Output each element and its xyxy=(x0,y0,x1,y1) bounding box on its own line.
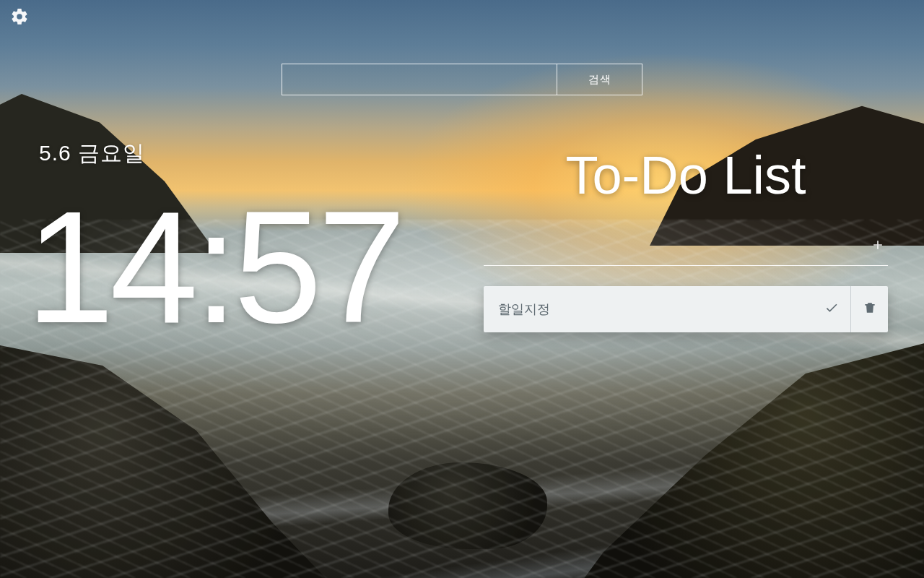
todo-new-input[interactable] xyxy=(484,232,860,261)
todo-item-delete-button[interactable] xyxy=(850,286,888,332)
trash-icon xyxy=(863,301,877,319)
clock: 14:57 xyxy=(26,188,402,347)
search-bar: 검색 xyxy=(282,64,642,95)
check-icon xyxy=(824,301,839,319)
todo-add-row xyxy=(484,232,888,266)
gear-icon xyxy=(10,7,29,29)
todo-item: 할일지정 xyxy=(484,286,888,332)
todo-title: To-Do List xyxy=(484,144,888,206)
settings-button[interactable] xyxy=(9,7,30,29)
todo-panel: To-Do List 할일지정 xyxy=(484,144,888,332)
search-button[interactable]: 검색 xyxy=(557,64,642,95)
todo-item-text: 할일지정 xyxy=(498,301,813,318)
date-label: 5.6 금요일 xyxy=(39,139,145,168)
search-input[interactable] xyxy=(282,64,557,95)
todo-add-button[interactable] xyxy=(868,236,888,256)
plus-icon xyxy=(871,238,885,255)
todo-item-complete-button[interactable] xyxy=(813,286,850,332)
